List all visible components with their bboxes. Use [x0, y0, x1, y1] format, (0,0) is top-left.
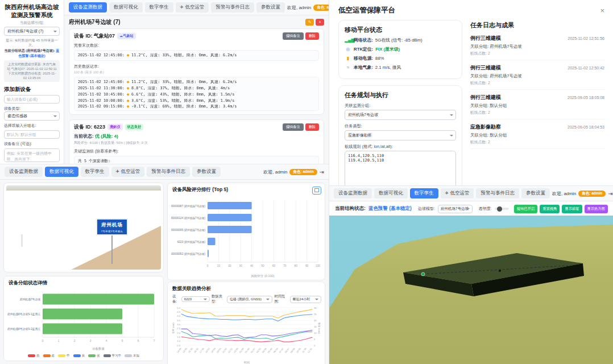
sensor-marker	[499, 270, 501, 272]
site-photo-card: 府州机场 7号边坡2号监测点	[3, 183, 164, 272]
tab-viz[interactable]: 数据可视化	[109, 2, 143, 13]
task-plan-heading: 任务规划与执行	[345, 91, 456, 100]
datatype-filter-select[interactable]: 位移 (测斜仪, GNSS)	[227, 296, 272, 303]
logout-icon[interactable]: ⇥	[608, 191, 612, 197]
slider-knob[interactable]	[497, 206, 502, 212]
delete-group-button[interactable]: ×	[316, 19, 324, 26]
history-label: 历史数据记录:	[74, 64, 319, 69]
device-type-select[interactable]: 姿态传感器	[4, 111, 60, 121]
task-type-select[interactable]: 应急影像勘察	[345, 130, 456, 140]
legend-item: 良	[73, 354, 85, 358]
tab-monitor[interactable]: 设备监测数据	[5, 167, 43, 177]
tab-label: 数据可视化	[49, 168, 74, 174]
twin-control-button-3[interactable]: 显示热力图	[585, 205, 608, 213]
weather-values: 6.6°C, 湿度: 43%, 晴朗, 降水: 0mm, 风速: 1.5m/s	[129, 92, 234, 97]
svg-text:07:47: 07:47	[279, 347, 285, 354]
tab-twin[interactable]: 数字孪生	[81, 167, 109, 177]
task-log-item: 例行三维建模2025-11-02 12:51:56关联分组: 府州机场7号边坡航…	[470, 31, 604, 60]
logout-icon[interactable]: ⇥	[320, 169, 324, 175]
status-row-label: 本地气象:	[354, 64, 373, 71]
task-type-value: 应急影像勘察	[348, 133, 372, 137]
tab-twin[interactable]: 数字孪生	[145, 2, 173, 13]
export-chart-button[interactable]	[312, 187, 321, 195]
key-values-box[interactable]: 共 5 个深度读数: - 2M: X位移 -0.838 mm, Y位移 -1.0…	[74, 156, 319, 164]
device-note-input[interactable]	[4, 148, 60, 162]
photo-sky	[6, 185, 161, 191]
svg-text:25: 25	[314, 313, 317, 316]
weather-values: -0.1°C, 湿度: 69%, 晴朗, 降水: 0mm, 风速: 3.4m/s	[129, 104, 237, 109]
range-filter-select[interactable]: 最近24小时	[290, 296, 321, 303]
update-info-box: 上次实时数据成功更新: 来自气象站 气象站07: 2025-11-02 12:5…	[4, 60, 60, 82]
device-id-input[interactable]	[4, 95, 60, 104]
history-count: 100 条 (最多 100 条)	[74, 70, 319, 75]
status-row-value: 88%	[375, 56, 384, 61]
svg-text:WT6A00000052 (府州机场7号边坡): WT6A00000052 (府州机场7号边坡)	[171, 253, 205, 256]
platform-status-row: ▂▄▆网络状态:5G在线 (信号: -85 dBm)	[345, 37, 456, 43]
tab-label: 参数设置	[526, 190, 545, 196]
svg-text:0.5: 0.5	[177, 344, 180, 347]
monitor-quadrant: 陕西府州机场高边坡监测及预警系统 当前边坡/分组: 府州机场7号边坡 (7) 提…	[0, 0, 329, 164]
lowair-left-column: 移动平台状态 ▂▄▆网络状态:5G在线 (信号: -85 dBm)◎RTK定位:…	[338, 20, 462, 185]
close-icon[interactable]: ×	[600, 6, 604, 15]
tab-monitor[interactable]: 设备监测数据	[69, 2, 107, 13]
edit-note-button[interactable]: 编辑备注	[283, 32, 304, 40]
svg-text:19:54: 19:54	[210, 347, 217, 354]
svg-text:5: 5	[314, 338, 316, 341]
svg-text:0: 0	[42, 340, 44, 342]
trend-line-chart: 0.51.01.52.02.53.03.54.04.55.00510152025…	[171, 305, 321, 364]
legend-label: 优	[97, 354, 100, 358]
twin-control-button-0[interactable]: 旋转已开启	[514, 205, 537, 213]
weather-values: 3.6°C, 湿度: 53%, 晴朗, 降水: 0mm, 风速: 1.9m/s	[129, 98, 234, 103]
svg-text:06:54: 06:54	[273, 347, 279, 354]
tab-lowair[interactable]: ✈ 低空运管	[111, 167, 145, 177]
svg-text:1.5: 1.5	[177, 336, 180, 338]
twin-3d-viewport[interactable]	[329, 216, 613, 364]
tab-params[interactable]: 参数设置	[256, 2, 285, 13]
svg-text:20:53: 20:53	[216, 347, 222, 354]
delete-device-button[interactable]: 删除	[305, 32, 319, 40]
tab-alerts[interactable]: 预警与事件日志	[476, 188, 519, 198]
waypoint-marker	[421, 272, 425, 276]
tab-viz[interactable]: 数据可视化	[45, 167, 78, 177]
task-log-item: 例行三维建模2025-09-05 18:05:08关联分组: 默认分组航线点数:…	[470, 90, 604, 119]
twin-control-button-1[interactable]: 重置视角	[540, 205, 560, 213]
rename-group-button[interactable]: ✎	[305, 19, 314, 26]
tab-twin[interactable]: 数字孪生	[410, 188, 438, 198]
svg-text:5.0: 5.0	[177, 307, 180, 309]
group-name-input[interactable]	[4, 130, 60, 139]
edit-note-button[interactable]: 编辑备注	[283, 123, 304, 131]
last-update-text: 上次实时数据成功更新: 来自气象站 气象站07: 2025-11-02 12:5…	[6, 62, 57, 71]
slope-model-select[interactable]: 府州机场7号边坡	[438, 205, 473, 213]
task-name: 例行三维建模	[470, 94, 501, 101]
tab-label: 低空运管	[450, 190, 469, 196]
tab-params[interactable]: 参数设置	[521, 188, 550, 198]
task-plan-card: 任务规划与执行 关联监测分组: 府州机场7号边坡 任务类型: 应急影像勘察 航线…	[338, 85, 462, 185]
datatype-filter-value: 位移 (测斜仪, GNSS)	[230, 297, 262, 301]
device-filter-select[interactable]: 6223	[181, 296, 210, 302]
opacity-slider[interactable]	[495, 208, 509, 210]
svg-text:WTT900000095 (府州机场7号边坡): WTT900000095 (府州机场7号边坡)	[171, 229, 205, 232]
tab-lowair[interactable]: ✈ 低空运管	[176, 2, 209, 13]
trend-chart-title: 数据关联趋势分析	[172, 286, 321, 292]
task-log-top: 应急影像勘察2025-09-05 18:04:53	[470, 123, 604, 131]
tab-params[interactable]: 参数设置	[192, 167, 221, 177]
tab-label: 数字孪生	[150, 4, 169, 10]
task-log-top: 例行三维建模2025-11-02 12:51:56	[470, 35, 604, 42]
tab-alerts[interactable]: 预警与事件日志	[147, 167, 190, 177]
tab-lowair[interactable]: ✈ 低空运管	[441, 188, 474, 198]
tab-viz[interactable]: 数据可视化	[374, 188, 408, 198]
status-row-label: RTK定位:	[354, 46, 373, 52]
svg-text:04:50: 04:50	[262, 347, 268, 354]
tab-monitor[interactable]: 设备监测数据	[334, 188, 372, 198]
device2-title: 设备 ID: 6223	[74, 123, 105, 131]
history-box[interactable]: 2025-11-02 12:45:00: ● 11.2°C, 湿度: 33%, …	[74, 77, 319, 111]
delete-device-button[interactable]: 删除	[305, 123, 319, 131]
log-line: 2025-11-02 11:30:00: ● 8.8°C, 湿度: 37%, 晴…	[78, 85, 315, 92]
task-time: 2025-11-02 12:51:56	[568, 36, 604, 40]
latest-data-label: 完整末次数据:	[74, 43, 319, 48]
twin-control-button-2[interactable]: 显示标签	[562, 205, 582, 213]
slope-group-select[interactable]: 府州机场7号边坡 (7)	[4, 27, 60, 36]
tab-alerts[interactable]: 预警与事件日志	[211, 2, 254, 13]
route-plan-textarea[interactable]: 116.4,120.5,110 119.4,120.5,110	[345, 151, 456, 185]
link-group-select[interactable]: 府州机场7号边坡	[345, 110, 456, 120]
